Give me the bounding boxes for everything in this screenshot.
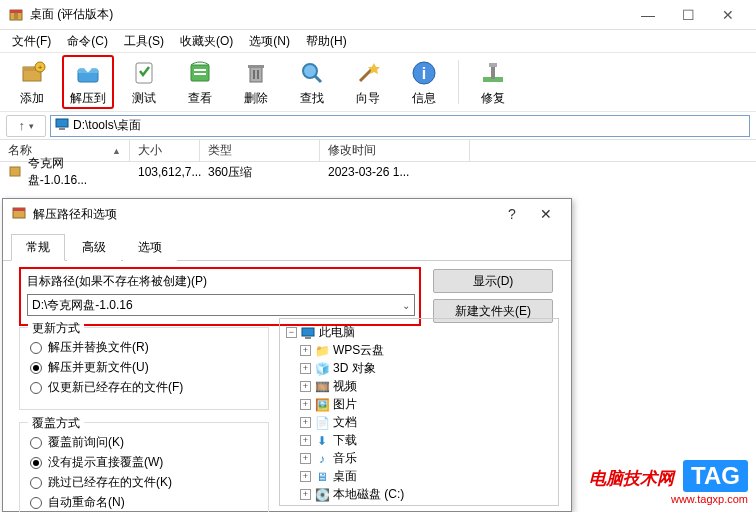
dialog-titlebar: 解压路径和选项 ? ✕ [3,199,571,229]
disk-icon: 💽 [315,488,329,502]
folder-tree[interactable]: −此电脑 +📁WPS云盘 +🧊3D 对象 +🎞️视频 +🖼️图片 +📄文档 +⬇… [279,318,559,506]
menu-opt[interactable]: 选项(N) [243,31,296,52]
toolbar-separator [458,60,459,104]
watermark-line2: www.tagxp.com [671,493,748,505]
table-row[interactable]: 夸克网盘-1.0.16... 103,612,7... 360压缩 2023-0… [0,162,756,182]
radio-overwrite[interactable]: 没有提示直接覆盖(W) [30,454,258,471]
svg-rect-29 [302,328,314,336]
tab-options[interactable]: 选项 [123,234,177,261]
test-label: 测试 [132,90,156,107]
wizard-icon [353,58,383,88]
tree-node-thispc: −此电脑 [286,324,554,341]
document-icon: 📄 [315,416,329,430]
svg-rect-30 [305,337,311,339]
folder-icon: 📁 [315,344,329,358]
row-type: 360压缩 [200,164,320,181]
watermark-tag: TAG [683,460,748,492]
view-icon [185,58,215,88]
svg-rect-15 [253,70,255,79]
path-box[interactable]: D:\tools\桌面 [50,115,750,137]
radio-replace[interactable]: 解压并替换文件(R) [30,339,258,356]
tab-general[interactable]: 常规 [11,234,65,261]
menu-tool[interactable]: 工具(S) [118,31,170,52]
tree-node-desk: +🖥桌面 [300,468,554,485]
svg-rect-25 [59,128,65,130]
repair-label: 修复 [481,90,505,107]
menu-help[interactable]: 帮助(H) [300,31,353,52]
col-size[interactable]: 大小 [130,140,200,162]
svg-text:+: + [38,63,43,72]
minimize-button[interactable]: — [628,0,668,30]
col-type[interactable]: 类型 [200,140,320,162]
cube-icon: 🧊 [315,362,329,376]
radio-update[interactable]: 解压并更新文件(U) [30,359,258,376]
desktop-icon: 🖥 [315,470,329,484]
extract-to-button[interactable]: 解压到 [62,55,114,109]
disk-icon: 💽 [315,506,329,507]
video-icon: 🎞️ [315,380,329,394]
info-button[interactable]: i 信息 [398,55,450,109]
wizard-button[interactable]: 向导 [342,55,394,109]
row-size: 103,612,7... [130,165,200,179]
destination-path-combo[interactable]: D:\夸克网盘-1.0.16 ⌄ [27,294,415,316]
radio-skip[interactable]: 跳过已经存在的文件(K) [30,474,258,491]
radio-rename[interactable]: 自动重命名(N) [30,494,258,511]
add-button[interactable]: + 添加 [6,55,58,109]
tree-node-video: +🎞️视频 [300,378,554,395]
extract-icon [73,58,103,88]
overwrite-mode-group: 覆盖方式 覆盖前询问(K) 没有提示直接覆盖(W) 跳过已经存在的文件(K) 自… [19,422,269,512]
music-icon: ♪ [315,452,329,466]
svg-rect-22 [491,65,495,79]
tab-advanced[interactable]: 高级 [67,234,121,261]
col-date[interactable]: 修改时间 [320,140,470,162]
show-button[interactable]: 显示(D) [433,269,553,293]
winrar-icon [8,7,24,23]
svg-rect-2 [14,13,18,20]
path-label: 目标路径(如果不存在将被创建)(P) [27,273,413,290]
menubar: 文件(F) 命令(C) 工具(S) 收藏夹(O) 选项(N) 帮助(H) [0,30,756,52]
extract-label: 解压到 [70,90,106,107]
update-group-title: 更新方式 [28,320,84,337]
svg-rect-12 [194,73,206,75]
radio-fresh[interactable]: 仅更新已经存在的文件(F) [30,379,258,396]
radio-ask[interactable]: 覆盖前询问(K) [30,434,258,451]
add-icon: + [17,58,47,88]
svg-rect-28 [13,208,25,211]
toolbar: + 添加 解压到 测试 查看 删除 查找 向导 i 信息 修复 [0,52,756,112]
svg-rect-1 [10,10,22,13]
picture-icon: 🖼️ [315,398,329,412]
view-label: 查看 [188,90,212,107]
info-label: 信息 [412,90,436,107]
dialog-close-button[interactable]: ✕ [529,200,563,228]
test-icon [129,58,159,88]
pc-icon [301,326,315,340]
tree-node-pic: +🖼️图片 [300,396,554,413]
repair-button[interactable]: 修复 [467,55,519,109]
svg-rect-23 [489,63,497,67]
download-icon: ⬇ [315,434,329,448]
test-button[interactable]: 测试 [118,55,170,109]
close-button[interactable]: ✕ [708,0,748,30]
svg-rect-13 [250,67,262,82]
menu-fav[interactable]: 收藏夹(O) [174,31,239,52]
destination-path-value: D:\夸克网盘-1.0.16 [32,297,133,314]
find-button[interactable]: 查找 [286,55,338,109]
view-button[interactable]: 查看 [174,55,226,109]
row-name: 夸克网盘-1.0.16... [28,155,122,189]
up-button[interactable]: ↑ ▾ [6,115,46,137]
info-icon: i [409,58,439,88]
menu-cmd[interactable]: 命令(C) [61,31,114,52]
window-title: 桌面 (评估版本) [30,6,628,23]
tree-node-doc: +📄文档 [300,414,554,431]
maximize-button[interactable]: ☐ [668,0,708,30]
svg-rect-24 [56,119,68,127]
delete-icon [241,58,271,88]
svg-rect-11 [194,69,206,71]
update-mode-group: 更新方式 解压并替换文件(R) 解压并更新文件(U) 仅更新已经存在的文件(F) [19,327,269,410]
sort-asc-icon: ▲ [112,146,121,156]
row-date: 2023-03-26 1... [320,165,470,179]
menu-file[interactable]: 文件(F) [6,31,57,52]
dialog-help-button[interactable]: ? [495,200,529,228]
path-text: D:\tools\桌面 [73,117,141,134]
delete-button[interactable]: 删除 [230,55,282,109]
